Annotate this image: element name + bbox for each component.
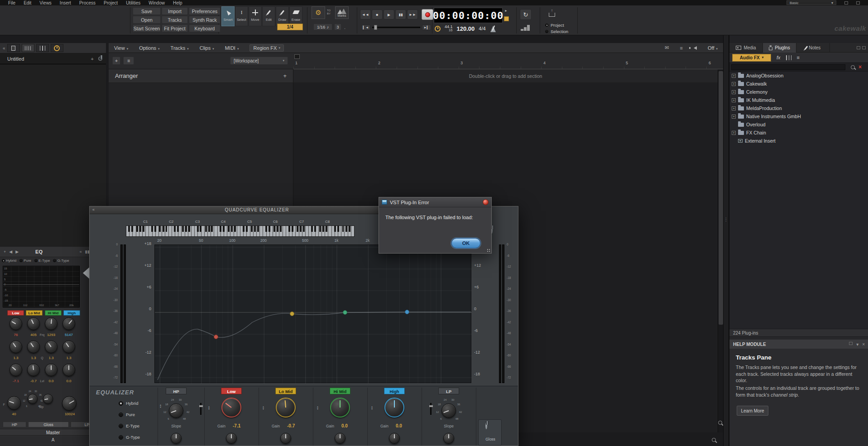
resize-grip[interactable] (487, 249, 490, 252)
views-tab[interactable] (7, 44, 20, 52)
rewind-button[interactable]: ◄◄ (360, 10, 371, 19)
preferences-button[interactable]: Preferences (189, 7, 221, 15)
console-view-tab[interactable] (36, 44, 49, 52)
mode-etype-radio[interactable]: E-Type (34, 259, 50, 263)
plugin-category-select[interactable]: Audio FX▾ (732, 54, 771, 62)
sample-rate-display[interactable]: 44.1 16 (445, 25, 453, 32)
tracks-menu[interactable]: Tracks▾ (171, 45, 189, 51)
synth-rack-button[interactable]: Synth Rack (189, 16, 221, 24)
layout-icon[interactable] (786, 55, 791, 60)
expand-icon[interactable]: + (732, 90, 736, 94)
low-band-button[interactable]: Low (7, 310, 24, 316)
keyboard-button[interactable]: Keyboard (189, 24, 221, 32)
import-button[interactable]: Import (162, 7, 188, 15)
hi-mid-level-knob[interactable] (45, 364, 58, 376)
power-icon[interactable] (98, 57, 102, 61)
audition-off-select[interactable]: Off▾ (708, 45, 723, 51)
time-display[interactable]: 00:00:00:00 (434, 8, 503, 23)
go-to-end-button[interactable]: ►▎ (422, 24, 431, 30)
low-q-knob[interactable] (10, 340, 22, 353)
lp-band-button[interactable]: LP (438, 388, 459, 394)
lp-freq-knob[interactable] (443, 433, 454, 444)
open-button[interactable]: Open (133, 16, 161, 24)
tree-item-external-insert[interactable]: External Insert (729, 137, 868, 145)
workspace-preset-select[interactable]: Basic ▾ (786, 0, 836, 5)
tab-plugins[interactable]: PlugIns (763, 43, 796, 53)
snap-count-button[interactable]: 3 (334, 24, 341, 30)
hi-mid-freq-knob[interactable] (335, 433, 345, 444)
eq-mode-pure-radio[interactable]: Pure (119, 412, 135, 417)
menu-project[interactable]: Project (104, 0, 118, 5)
search-icon[interactable] (851, 65, 855, 69)
go-to-start-button[interactable]: ▎◄ (361, 24, 370, 30)
high-q-knob[interactable] (62, 340, 75, 353)
anchor-icon[interactable]: + (4, 249, 6, 254)
menu-window[interactable]: Window (149, 0, 165, 5)
hi-mid-band-node[interactable] (343, 311, 347, 315)
low-freq-knob[interactable] (10, 317, 22, 330)
loop-button[interactable]: ↻ (520, 9, 532, 20)
lp-mini-fader[interactable] (430, 403, 432, 415)
high-level-knob[interactable] (62, 364, 75, 376)
tree-item-native-instruments[interactable]: + Native Instruments GmbH (729, 112, 868, 120)
lo-mid-freq-knob[interactable] (27, 317, 40, 330)
tree-item-analogobsession[interactable]: + AnalogObsession (729, 72, 868, 80)
hi-mid-band-button[interactable]: Hi Mid (330, 388, 350, 394)
menu-edit[interactable]: Edit (24, 0, 31, 5)
fx-icon[interactable]: fx (777, 55, 781, 60)
expand-icon[interactable]: + (732, 82, 736, 86)
prev-module-icon[interactable]: ◀ (9, 249, 12, 254)
menu-process[interactable]: Process (79, 0, 96, 5)
midi-menu[interactable]: MIDI▾ (225, 45, 239, 51)
panel-splitter[interactable]: ⋮ (723, 35, 729, 446)
hi-mid-gain-knob[interactable] (330, 398, 350, 417)
now-time-marker[interactable] (294, 54, 300, 59)
low-stepper[interactable]: ▴▾ (208, 406, 210, 410)
hp-freq-knob[interactable] (171, 433, 182, 444)
next-module-icon[interactable]: ▶ (15, 249, 19, 254)
hp-filter-button[interactable]: HP (3, 422, 26, 427)
hp-band-button[interactable]: HP (166, 388, 187, 394)
tree-item-fx-chain[interactable]: + FX Chain (729, 129, 868, 137)
track-header[interactable]: Untitled + (0, 53, 106, 64)
help-menu-caret-icon[interactable]: ▾ (856, 342, 858, 347)
dialog-titlebar[interactable]: VST Plug-In Error (379, 197, 491, 207)
expand-icon[interactable]: + (732, 98, 736, 102)
high-stepper[interactable]: ▴▾ (371, 406, 373, 410)
step-sequencer-icon[interactable] (521, 24, 531, 31)
lo-mid-band-node[interactable] (290, 312, 294, 316)
time-display-expand-icon[interactable]: ► (504, 9, 508, 12)
workspace-selector[interactable]: [Workspace]▾ (230, 57, 288, 65)
hp-slope-knob[interactable] (28, 394, 38, 404)
lp-slope-knob[interactable] (43, 394, 53, 404)
expand-icon[interactable]: + (732, 131, 736, 135)
lp-freq-knob[interactable] (62, 396, 77, 411)
gloss-power-button[interactable] (485, 422, 487, 429)
sort-icon[interactable]: ≡ (797, 55, 800, 60)
low-gain-knob[interactable] (221, 398, 241, 417)
hp-stepper[interactable]: ▴▾ (160, 404, 161, 408)
export-button[interactable]: ↑ (549, 8, 555, 17)
eq-mode-hybrid-radio[interactable]: Hybrid (119, 401, 138, 406)
view-menu[interactable]: View▾ (114, 45, 128, 51)
metronome-icon[interactable] (490, 25, 496, 32)
tree-item-meldaproduction[interactable]: + MeldaProduction (729, 104, 868, 112)
options-menu[interactable]: Options▾ (139, 45, 159, 51)
help-dock-icon[interactable] (849, 342, 853, 345)
snap-resolution-button[interactable]: 1/16♪ (313, 24, 332, 30)
low-band-button[interactable]: Low (221, 388, 242, 394)
eq-mode-gtype-radio[interactable]: G-Type (119, 435, 140, 440)
move-tool-button[interactable]: Move (249, 6, 262, 26)
tab-media[interactable]: Media (729, 43, 763, 53)
search-input[interactable] (731, 64, 845, 70)
expand-icon[interactable]: + (732, 74, 736, 78)
scope-selection-radio[interactable]: Selection (545, 29, 568, 34)
high-band-button[interactable]: High (63, 310, 80, 316)
low-level-knob[interactable] (10, 364, 22, 376)
high-gain-knob[interactable] (384, 398, 404, 417)
clips-menu[interactable]: Clips▾ (200, 45, 214, 51)
high-freq-knob[interactable] (62, 317, 75, 330)
lo-mid-gain-knob[interactable] (276, 398, 296, 417)
sync-tab[interactable] (51, 44, 63, 52)
sync-clock-icon[interactable] (435, 26, 441, 32)
